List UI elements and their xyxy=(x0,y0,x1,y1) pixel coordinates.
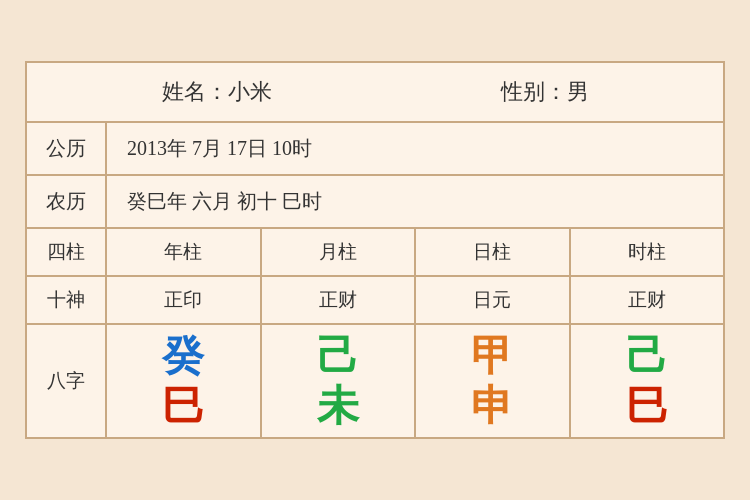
main-container: 姓名：小米 性别：男 公历 2013年 7月 17日 10时 农历 癸巳年 六月… xyxy=(25,61,725,439)
bazi-row: 八字 癸 巳 己 未 甲 申 己 巳 xyxy=(27,325,723,437)
shishen-col-1: 正财 xyxy=(262,277,417,323)
header-row: 姓名：小米 性别：男 xyxy=(27,63,723,123)
bazi-col-1-top: 己 xyxy=(317,333,359,379)
shishen-row: 十神 正印 正财 日元 正财 xyxy=(27,277,723,325)
bazi-col-0: 癸 巳 xyxy=(107,325,262,437)
bazi-label: 八字 xyxy=(27,325,107,437)
shishen-col-2: 日元 xyxy=(416,277,571,323)
gender-label: 性别：男 xyxy=(501,77,589,107)
nongli-label: 农历 xyxy=(27,176,107,227)
sizhu-label: 四柱 xyxy=(27,229,107,275)
bazi-col-2-bottom: 申 xyxy=(471,383,513,429)
sizhu-header-row: 四柱 年柱 月柱 日柱 时柱 xyxy=(27,229,723,277)
sizhu-col-2: 日柱 xyxy=(416,229,571,275)
shishen-col-3: 正财 xyxy=(571,277,724,323)
sizhu-col-1: 月柱 xyxy=(262,229,417,275)
nongli-row: 农历 癸巳年 六月 初十 巳时 xyxy=(27,176,723,229)
bazi-col-0-top: 癸 xyxy=(162,333,204,379)
bazi-col-1-bottom: 未 xyxy=(317,383,359,429)
gongli-value: 2013年 7月 17日 10时 xyxy=(107,123,723,174)
bazi-col-2: 甲 申 xyxy=(416,325,571,437)
bazi-col-3-top: 己 xyxy=(626,333,668,379)
sizhu-col-0: 年柱 xyxy=(107,229,262,275)
gongli-row: 公历 2013年 7月 17日 10时 xyxy=(27,123,723,176)
shishen-label: 十神 xyxy=(27,277,107,323)
bazi-col-3-bottom: 巳 xyxy=(626,383,668,429)
sizhu-col-3: 时柱 xyxy=(571,229,724,275)
nongli-value: 癸巳年 六月 初十 巳时 xyxy=(107,176,723,227)
gongli-label: 公历 xyxy=(27,123,107,174)
name-label: 姓名：小米 xyxy=(162,77,272,107)
bazi-col-1: 己 未 xyxy=(262,325,417,437)
bazi-col-3: 己 巳 xyxy=(571,325,724,437)
shishen-col-0: 正印 xyxy=(107,277,262,323)
bazi-col-0-bottom: 巳 xyxy=(162,383,204,429)
bazi-col-2-top: 甲 xyxy=(471,333,513,379)
